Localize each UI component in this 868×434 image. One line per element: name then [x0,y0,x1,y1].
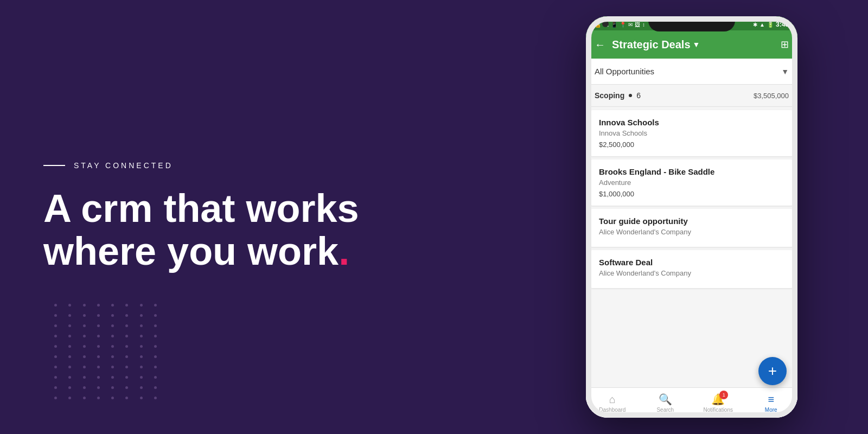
deal-amount: $2,500,000 [599,141,784,149]
nav-item-more[interactable]: ≡ More [745,393,798,413]
kanban-separator-dot [629,94,632,97]
app-header: ← Strategic Deals ▼ ⊞ [586,30,797,59]
deal-company: Innova Schools [599,129,784,137]
nav-label-search: Search [656,407,674,413]
kanban-header-left: Scoping 6 [595,91,641,100]
status-icon-1: 🔒 [595,22,601,28]
search-icon: 🔍 [659,393,672,406]
right-panel: 🔒 ☁ 📱 📍 ✉ 🖼 ↕ ✱ ▲ 🔋 3:48 ← [515,0,868,434]
header-title-area: Strategic Deals ▼ [612,39,774,51]
deal-company: Alice Wonderland's Company [599,228,784,236]
phone-camera [602,21,609,27]
home-icon: ⌂ [609,393,616,406]
kanban-column-header: Scoping 6 $3,505,000 [586,85,797,107]
back-button[interactable]: ← [595,39,605,51]
bell-icon: 🔔 1 [711,393,725,406]
nav-item-search[interactable]: 🔍 Search [639,393,692,413]
phone-notch [648,16,735,31]
nav-item-dashboard[interactable]: ⌂ Dashboard [586,393,639,413]
more-icon: ≡ [768,393,774,406]
filter-label: All Opportunities [595,67,654,76]
status-right-icons: ✱ ▲ 🔋 3:48 [753,21,789,28]
headline-line2: where you work [43,229,339,273]
stay-connected-label: STAY CONNECTED [74,161,173,170]
phone-mockup: 🔒 ☁ 📱 📍 ✉ 🖼 ↕ ✱ ▲ 🔋 3:48 ← [586,16,797,418]
deal-amount: $1,000,000 [599,190,784,198]
status-icon-7: ↕ [642,22,645,28]
deal-card[interactable]: Tour guide opportunityAlice Wonderland's… [590,209,793,247]
page-title: Strategic Deals [612,39,691,51]
deal-name: Innova Schools [599,118,784,127]
status-icon-6: 🖼 [635,22,640,28]
notification-badge: 1 [719,391,728,399]
nav-label-dashboard: Dashboard [599,407,626,413]
status-icon-4: 📍 [620,22,626,28]
deal-name: Tour guide opportunity [599,216,784,226]
kanban-amount: $3,505,000 [754,92,789,100]
nav-item-notifications[interactable]: 🔔 1 Notifications [692,393,745,413]
headline-line1: A crm that works [43,187,359,230]
deals-list: Innova SchoolsInnova Schools$2,500,000Br… [586,107,797,387]
wifi-icon: ▲ [760,22,765,28]
decorative-line [43,165,65,166]
headline-dot: . [339,229,349,273]
phone-screen: 🔒 ☁ 📱 📍 ✉ 🖼 ↕ ✱ ▲ 🔋 3:48 ← [586,16,797,418]
plus-icon: + [768,362,777,380]
left-panel: STAY CONNECTED A crm that works where yo… [0,0,515,434]
filter-bar[interactable]: All Opportunities ▼ [586,59,797,85]
kanban-count: 6 [636,91,641,100]
status-icon-5: ✉ [628,22,633,28]
add-deal-fab[interactable]: + [758,357,787,385]
filter-dropdown-icon: ▼ [781,67,789,76]
deal-name: Brooks England - Bike Saddle [599,167,784,176]
battery-icon: 🔋 [767,22,774,28]
deal-card[interactable]: Innova SchoolsInnova Schools$2,500,000 [590,110,793,156]
bottom-navigation: ⌂ Dashboard 🔍 Search 🔔 1 Notifications ≡ [586,387,797,418]
kanban-stage-label: Scoping [595,91,624,100]
deal-card[interactable]: Brooks England - Bike SaddleAdventure$1,… [590,159,793,206]
title-dropdown-icon[interactable]: ▼ [693,40,700,49]
dot-pattern-decoration [54,304,163,401]
deal-card[interactable]: Software DealAlice Wonderland's Company [590,250,793,288]
status-time: 3:48 [776,21,789,28]
status-icon-3: 📱 [611,22,617,28]
headline: A crm that works where you work. [43,187,423,273]
grid-view-icon[interactable]: ⊞ [781,39,789,50]
deal-company: Adventure [599,178,784,187]
nav-label-more: More [765,407,777,413]
deal-name: Software Deal [599,258,784,267]
stay-connected-section: STAY CONNECTED [43,161,472,170]
nav-label-notifications: Notifications [704,407,733,413]
deal-company: Alice Wonderland's Company [599,269,784,277]
bluetooth-icon: ✱ [753,22,757,28]
